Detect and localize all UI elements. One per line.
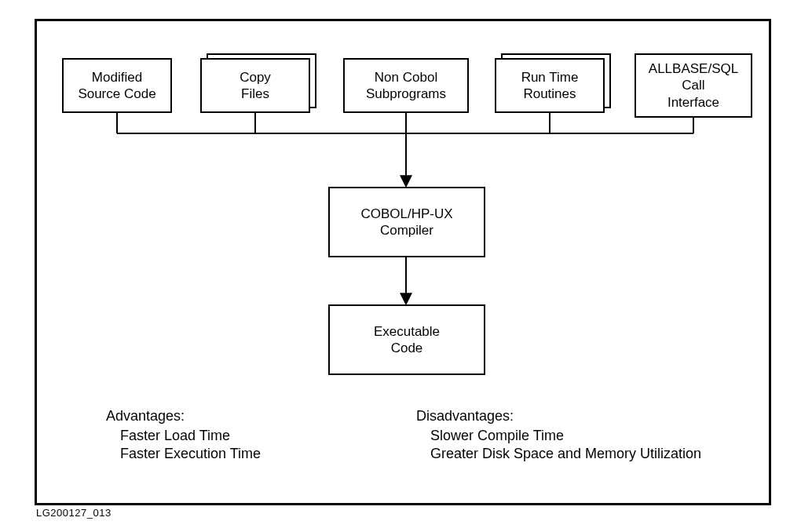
box-runtime: Run TimeRoutines xyxy=(495,58,605,113)
disadvantages-item: Greater Disk Space and Memory Utilizatio… xyxy=(430,446,701,462)
box-copy-files: CopyFiles xyxy=(200,58,310,113)
box-executable-label: ExecutableCode xyxy=(374,323,440,357)
box-non-cobol-label: Non CobolSubprograms xyxy=(366,69,446,103)
advantages-title: Advantages: xyxy=(106,408,261,425)
box-modified-source-label: ModifiedSource Code xyxy=(78,69,155,103)
box-runtime-label: Run TimeRoutines xyxy=(521,69,579,103)
box-compiler-label: COBOL/HP-UXCompiler xyxy=(360,206,452,239)
box-modified-source: ModifiedSource Code xyxy=(62,58,172,113)
box-allbase: ALLBASE/SQLCallInterface xyxy=(635,53,752,118)
advantages-block: Advantages: Faster Load Time Faster Exec… xyxy=(106,408,261,464)
disadvantages-block: Disadvantages: Slower Compile Time Great… xyxy=(416,408,701,464)
advantages-item: Faster Load Time xyxy=(120,428,261,444)
box-compiler: COBOL/HP-UXCompiler xyxy=(328,187,485,257)
disadvantages-item: Slower Compile Time xyxy=(430,428,701,444)
box-allbase-label: ALLBASE/SQLCallInterface xyxy=(649,60,738,111)
disadvantages-title: Disadvantages: xyxy=(416,408,701,425)
box-executable: ExecutableCode xyxy=(328,304,485,375)
box-non-cobol: Non CobolSubprograms xyxy=(343,58,469,113)
box-copy-files-label: CopyFiles xyxy=(240,69,271,103)
advantages-item: Faster Execution Time xyxy=(120,446,261,462)
figure-id: LG200127_013 xyxy=(36,507,112,519)
